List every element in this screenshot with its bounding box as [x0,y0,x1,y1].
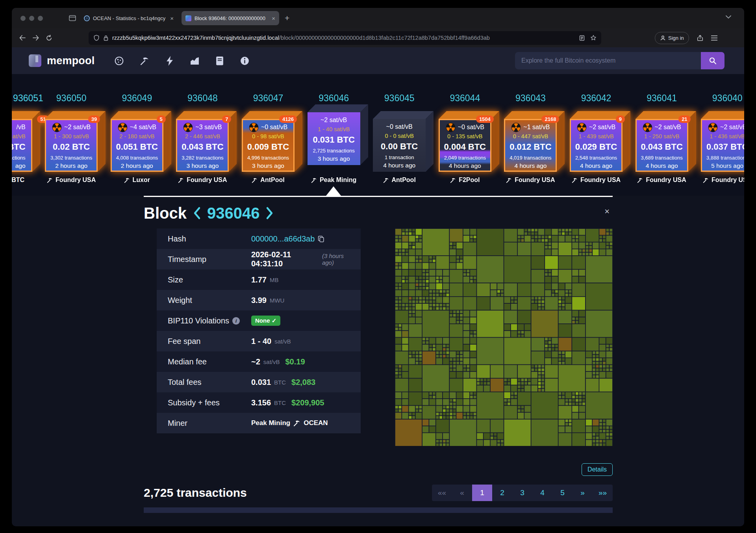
page-button-1[interactable]: 1 [472,485,492,501]
block-height-link[interactable]: 936050 [39,74,104,104]
reader-view-icon[interactable] [579,35,585,41]
mined-block[interactable]: 5~4 sat/vB2 - 180 sat/vB0.051 BTC4,008 t… [111,119,163,172]
block-height-link[interactable]: 936047 [235,74,301,104]
shield-icon[interactable] [93,35,100,41]
lock-icon[interactable] [103,35,109,41]
block-height-link[interactable]: 936045 [367,74,432,104]
mining-pool-link[interactable]: Foundry USA [563,176,629,184]
mined-block[interactable]: 9~2 sat/vB1 - 439 sat/vB0.029 BTC2,548 t… [570,119,623,172]
docs-icon[interactable] [215,56,224,66]
mining-pool-link[interactable]: Foundry USA [170,176,235,184]
block-column-936047[interactable]: 9360474126~0 sat/vB0 - 98 sat/vB0.009 BT… [235,74,301,184]
info-icon[interactable]: i [232,317,240,325]
search-button[interactable] [701,52,724,69]
block-height-link[interactable]: 936044 [432,74,498,104]
tab-list-chevron-icon[interactable] [725,15,732,19]
block-column-936045[interactable]: 936045~0 sat/vB0 - 0 sat/vB0.00 BTC1 tra… [367,74,432,184]
block-column-936041[interactable]: 93604121~2 sat/vB1 - 250 sat/vB0.043 BTC… [629,74,695,184]
sign-in-button[interactable]: Sign in [655,32,689,44]
mining-pool-link[interactable]: Foundry USA [39,176,104,184]
block-transaction-treemap[interactable] [395,228,613,446]
mined-block[interactable]: 39~2 sat/vB1 - 300 sat/vB0.02 BTC3,302 t… [45,119,98,172]
block-column-936046[interactable]: 936046~2 sat/vB1 - 40 sat/vB0.031 BTC2,7… [301,74,367,184]
mempool-favicon [185,15,191,21]
block-column-936048[interactable]: 9360487~3 sat/vB2 - 446 sat/vB0.043 BTC3… [170,74,235,184]
block-column-936050[interactable]: 93605039~2 sat/vB1 - 300 sat/vB0.02 BTC3… [39,74,104,184]
mempool-logo[interactable] [29,54,41,67]
time-ago-label: 2 hours ago [112,162,162,169]
audit-badge: 9 [616,115,625,123]
url-bar[interactable]: rzzzb5u5kqkp6iw3mt422xx24723k7inmb7ticnj… [89,31,601,45]
mined-block[interactable]: ~2 sat/vB1 - 436 sat/vB0.037 BTC3,888 tr… [701,119,744,172]
mined-block[interactable]: 51/vBat/vBBTCactionsago [12,119,32,172]
mined-block[interactable]: ~2 sat/vB1 - 40 sat/vB0.031 BTC2,725 tra… [308,112,360,165]
block-height-link[interactable]: 936040 [695,74,744,104]
mining-pool-link[interactable]: Foundry USA [498,176,563,184]
mined-block[interactable]: 7~3 sat/vB2 - 446 sat/vB0.043 BTC3,282 t… [176,119,229,172]
next-block-chevron-icon[interactable] [266,206,274,220]
mining-pool-link[interactable]: Peak Mining [301,176,367,184]
brand-name[interactable]: mempool [47,55,94,67]
mining-pool-link[interactable]: Foundry USA [629,176,695,184]
block-height-link[interactable]: 936049 [104,74,170,104]
tab-close-icon[interactable]: × [170,15,174,22]
block-height-link[interactable]: 936041 [629,74,695,104]
transaction-list-row[interactable] [144,507,613,513]
mining-icon[interactable] [140,56,150,66]
page-button-»»[interactable]: »» [593,485,613,501]
block-height-link[interactable]: 936048 [170,74,235,104]
block-column-936042[interactable]: 9360429~2 sat/vB1 - 439 sat/vB0.029 BTC2… [563,74,629,184]
block-height-title[interactable]: 936046 [207,204,259,222]
mined-block[interactable]: ~0 sat/vB0 - 0 sat/vB0.00 BTC1 transacti… [373,119,426,172]
url-text[interactable]: rzzzb5u5kqkp6iw3mt422xx24723k7inmb7ticnj… [112,35,576,41]
mined-block[interactable]: 21~2 sat/vB1 - 250 sat/vB0.043 BTC3,689 … [636,119,688,172]
tab-overview-icon[interactable] [69,15,76,21]
page-button-4[interactable]: 4 [532,485,552,501]
page-button-»[interactable]: » [573,485,593,501]
block-height-link[interactable]: 936051 [12,74,39,104]
tab-ocean-statistics[interactable]: OCEAN - Statistics - bc1q4ngcy × [80,11,178,25]
block-column-936040[interactable]: 936040~2 sat/vB1 - 436 sat/vB0.037 BTC3,… [695,74,744,184]
search-input[interactable] [515,52,701,69]
lightning-icon[interactable] [165,56,174,66]
tab-close-icon[interactable]: × [272,15,275,22]
block-column-936043[interactable]: 9360432168~1 sat/vB0 - 447 sat/vB0.012 B… [498,74,563,184]
hash-link[interactable]: 000000...a66d3ab [251,234,315,243]
new-tab-button[interactable]: + [285,13,289,23]
page-button-3[interactable]: 3 [512,485,532,501]
reload-icon[interactable] [46,35,52,41]
mined-block[interactable]: 2168~1 sat/vB0 - 447 sat/vB0.012 BTC4,01… [504,119,557,172]
copy-icon[interactable] [318,236,324,242]
mining-pool-link[interactable]: Luxor [104,176,170,184]
mined-block[interactable]: 1504~0 sat/vB0 - 135 sat/vB0.004 BTC2,04… [439,119,491,172]
mining-pool-link[interactable]: F2Pool [432,176,498,184]
mining-pool-link[interactable]: AntPool [367,176,432,184]
mining-pool-link[interactable]: Foundry USA [695,176,744,184]
mined-block[interactable]: 4126~0 sat/vB0 - 98 sat/vB0.009 BTC4,996… [242,119,295,172]
miner-tag[interactable]: OCEAN [304,419,328,427]
mining-pool-link[interactable]: BTC [12,176,39,184]
bookmark-star-icon[interactable] [590,35,597,41]
close-icon[interactable]: × [604,206,610,217]
miner-name[interactable]: Peak Mining [251,419,290,427]
window-controls[interactable] [20,16,43,21]
block-height-link[interactable]: 936046 [301,74,367,104]
menu-icon[interactable] [711,35,717,41]
about-icon[interactable] [240,56,250,66]
block-column-936051[interactable]: 93605151/vBat/vBBTCactionsagoBTC [12,74,39,184]
previous-block-chevron-icon[interactable] [193,206,201,220]
back-icon[interactable] [19,35,26,41]
share-icon[interactable] [697,35,703,41]
details-button[interactable]: Details [582,463,613,476]
dashboard-icon[interactable] [114,56,124,66]
block-height-link[interactable]: 936042 [563,74,629,104]
block-column-936049[interactable]: 9360495~4 sat/vB2 - 180 sat/vB0.051 BTC4… [104,74,170,184]
tab-block-936046[interactable]: Block 936046: 0000000000000 × [182,11,279,25]
forward-icon[interactable] [32,35,39,41]
graphs-icon[interactable] [190,56,200,66]
page-button-5[interactable]: 5 [552,485,573,501]
page-button-2[interactable]: 2 [492,485,512,501]
block-column-936044[interactable]: 9360441504~0 sat/vB0 - 135 sat/vB0.004 B… [432,74,498,184]
mining-pool-link[interactable]: AntPool [235,176,301,184]
block-height-link[interactable]: 936043 [498,74,563,104]
